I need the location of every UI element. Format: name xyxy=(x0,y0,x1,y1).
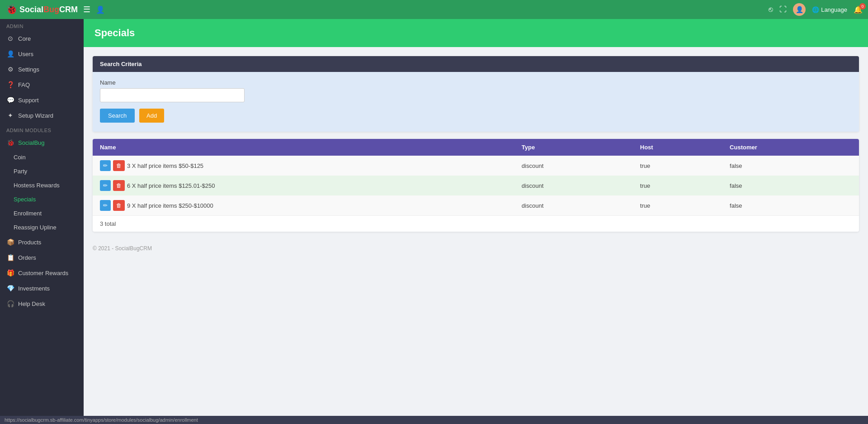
navbar: 🐞 SocialBugCRM ☰ 👤 ⎋ ⛶ 👤 🌐 Language 🔔 0 xyxy=(0,0,868,19)
table-footer: 3 total xyxy=(93,215,859,232)
customer-rewards-icon: 🎁 xyxy=(6,269,14,276)
flag-icon: 🌐 xyxy=(812,6,819,13)
page-header: Specials xyxy=(84,19,868,47)
search-criteria-card: Search Criteria Name Search Add xyxy=(93,56,859,132)
col-header-name: Name xyxy=(93,139,514,156)
page-footer: © 2021 - SocialBugCRM xyxy=(84,241,868,256)
sidebar-item-label-customer-rewards: Customer Rewards xyxy=(18,270,68,276)
sidebar-item-label-help-desk: Help Desk xyxy=(18,300,45,307)
sidebar: Admin ⊙ Core 👤 Users ⚙ Settings ❓ FAQ 💬 … xyxy=(0,19,84,424)
hamburger-menu-icon[interactable]: ☰ xyxy=(83,5,90,14)
logo-text: SocialBugCRM xyxy=(19,5,78,14)
sidebar-item-label-users: Users xyxy=(18,51,33,57)
admin-modules-section-label: Admin Modules xyxy=(0,123,84,135)
sidebar-sub-item-enrollment[interactable]: Enrollment xyxy=(0,206,84,220)
sidebar-item-orders[interactable]: 📋 Orders xyxy=(0,250,84,265)
setup-wizard-icon: ✦ xyxy=(6,112,14,119)
cell-name: ✏🗑9 X half price items $250-$10000 xyxy=(93,195,514,215)
cell-type: discount xyxy=(514,195,633,215)
cell-type: discount xyxy=(514,156,633,176)
row-name-text: 9 X half price items $250-$10000 xyxy=(127,202,213,209)
edit-button[interactable]: ✏ xyxy=(100,180,111,191)
socialbug-icon: 🐞 xyxy=(6,139,14,146)
search-input[interactable] xyxy=(100,88,245,102)
sidebar-item-label-products: Products xyxy=(18,239,41,246)
cell-host: true xyxy=(633,176,722,195)
sidebar-item-label-faq: FAQ xyxy=(18,81,30,88)
sidebar-item-customer-rewards[interactable]: 🎁 Customer Rewards xyxy=(0,265,84,281)
navbar-right: ⎋ ⛶ 👤 🌐 Language 🔔 0 xyxy=(769,3,863,16)
search-button[interactable]: Search xyxy=(100,109,135,123)
delete-button[interactable]: 🗑 xyxy=(113,200,125,211)
logout-icon[interactable]: ⎋ xyxy=(769,5,773,14)
table-card: Name Type Host Customer ✏🗑3 X half price… xyxy=(93,139,859,232)
navbar-left: 🐞 SocialBugCRM ☰ 👤 xyxy=(5,4,105,15)
sidebar-item-products[interactable]: 📦 Products xyxy=(0,234,84,250)
cell-type: discount xyxy=(514,176,633,195)
edit-button[interactable]: ✏ xyxy=(100,160,111,171)
sidebar-sub-item-coin[interactable]: Coin xyxy=(0,150,84,164)
sidebar-item-investments[interactable]: 💎 Investments xyxy=(0,281,84,296)
cell-customer: false xyxy=(722,156,859,176)
sidebar-item-users[interactable]: 👤 Users xyxy=(0,46,84,62)
sidebar-item-label-socialbug: SocialBug xyxy=(18,139,45,146)
search-criteria-body: Name Search Add xyxy=(93,72,859,132)
fullscreen-icon[interactable]: ⛶ xyxy=(779,5,787,14)
main-content: Specials Search Criteria Name Search Add… xyxy=(84,19,868,424)
action-buttons: ✏🗑3 X half price items $50-$125 xyxy=(100,160,507,171)
sidebar-sub-item-reassign-upline[interactable]: Reassign Upline xyxy=(0,220,84,234)
col-header-type: Type xyxy=(514,139,633,156)
edit-button[interactable]: ✏ xyxy=(100,200,111,211)
notification-bell[interactable]: 🔔 0 xyxy=(854,5,863,14)
sidebar-item-setup-wizard[interactable]: ✦ Setup Wizard xyxy=(0,108,84,123)
col-header-customer: Customer xyxy=(722,139,859,156)
table-body: ✏🗑3 X half price items $50-$125discountt… xyxy=(93,156,859,215)
table-row: ✏🗑6 X half price items $125.01-$250disco… xyxy=(93,176,859,195)
sidebar-item-support[interactable]: 💬 Support xyxy=(0,92,84,108)
sidebar-item-core[interactable]: ⊙ Core xyxy=(0,31,84,46)
cell-host: true xyxy=(633,195,722,215)
core-icon: ⊙ xyxy=(6,35,14,42)
settings-icon: ⚙ xyxy=(6,66,14,73)
sidebar-item-help-desk[interactable]: 🎧 Help Desk xyxy=(0,296,84,311)
table-row: ✏🗑3 X half price items $50-$125discountt… xyxy=(93,156,859,176)
sidebar-sub-item-specials[interactable]: Specials xyxy=(0,192,84,206)
delete-button[interactable]: 🗑 xyxy=(113,160,125,171)
row-name-text: 3 X half price items $50-$125 xyxy=(127,162,203,169)
language-switcher[interactable]: 🌐 Language xyxy=(812,6,847,13)
sidebar-sub-item-party[interactable]: Party xyxy=(0,164,84,178)
table-header: Name Type Host Customer xyxy=(93,139,859,156)
sidebar-item-faq[interactable]: ❓ FAQ xyxy=(0,77,84,92)
cell-name: ✏🗑6 X half price items $125.01-$250 xyxy=(93,176,514,195)
status-url: https://socialbugcrm.sb-affiliate.com/ti… xyxy=(5,417,198,423)
sidebar-item-label-support: Support xyxy=(18,97,39,104)
sidebar-item-label-settings: Settings xyxy=(18,66,39,73)
sidebar-item-settings[interactable]: ⚙ Settings xyxy=(0,62,84,77)
action-buttons: ✏🗑6 X half price items $125.01-$250 xyxy=(100,180,507,191)
delete-button[interactable]: 🗑 xyxy=(113,180,125,191)
sidebar-item-socialbug[interactable]: 🐞 SocialBug xyxy=(0,135,84,150)
sidebar-sub-item-hostess-rewards[interactable]: Hostess Rewards xyxy=(0,178,84,192)
search-criteria-header: Search Criteria xyxy=(93,56,859,72)
col-header-host: Host xyxy=(633,139,722,156)
specials-table: Name Type Host Customer ✏🗑3 X half price… xyxy=(93,139,859,215)
sidebar-item-label-investments: Investments xyxy=(18,285,50,292)
users-icon: 👤 xyxy=(6,50,14,57)
row-name-text: 6 X half price items $125.01-$250 xyxy=(127,182,215,189)
faq-icon: ❓ xyxy=(6,81,14,88)
user-icon[interactable]: 👤 xyxy=(96,5,105,14)
status-bar: https://socialbugcrm.sb-affiliate.com/ti… xyxy=(0,416,868,424)
products-icon: 📦 xyxy=(6,238,14,246)
add-button[interactable]: Add xyxy=(139,109,164,123)
orders-icon: 📋 xyxy=(6,254,14,261)
cell-customer: false xyxy=(722,176,859,195)
cell-customer: false xyxy=(722,195,859,215)
logo-icon: 🐞 xyxy=(5,4,18,15)
notification-badge: 0 xyxy=(859,3,866,10)
avatar[interactable]: 👤 xyxy=(793,3,806,16)
table-row: ✏🗑9 X half price items $250-$10000discou… xyxy=(93,195,859,215)
copyright: © 2021 - SocialBugCRM xyxy=(93,245,152,252)
table-header-row: Name Type Host Customer xyxy=(93,139,859,156)
action-buttons: ✏🗑9 X half price items $250-$10000 xyxy=(100,200,507,211)
cell-host: true xyxy=(633,156,722,176)
